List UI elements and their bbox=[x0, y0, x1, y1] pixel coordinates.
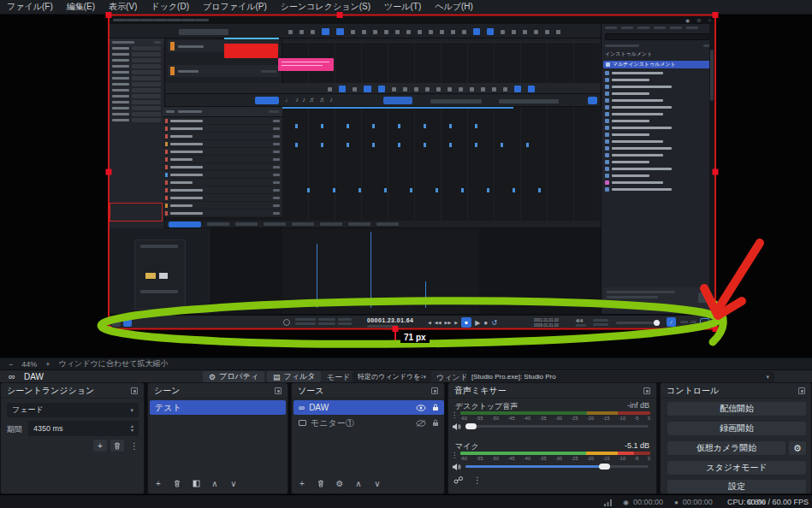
daw-browser-item[interactable] bbox=[602, 83, 715, 90]
daw-monitor-button[interactable] bbox=[700, 318, 709, 327]
scene-move-down-button[interactable]: ∨ bbox=[227, 477, 240, 489]
daw-time-signature[interactable]: 4/4 bbox=[576, 318, 586, 327]
daw-note[interactable] bbox=[347, 124, 349, 128]
daw-editor-icon[interactable] bbox=[328, 87, 332, 92]
daw-editor-icon[interactable] bbox=[414, 87, 418, 92]
next-button[interactable]: ▶ bbox=[454, 320, 458, 325]
daw-editor-icon[interactable] bbox=[503, 87, 507, 92]
daw-note[interactable] bbox=[372, 124, 375, 128]
start-recording-button[interactable]: 録画開始 bbox=[667, 422, 806, 435]
daw-channel-strip[interactable] bbox=[134, 239, 186, 310]
daw-drumlist-row[interactable] bbox=[163, 133, 282, 140]
rewind-button[interactable]: ◀◀ bbox=[435, 320, 442, 325]
daw-note-values[interactable]: ♩♪♪♬♬♪ bbox=[285, 96, 336, 103]
stop-button[interactable]: ■ bbox=[461, 317, 471, 328]
daw-tool-icon[interactable] bbox=[351, 30, 355, 34]
daw-browser-item[interactable] bbox=[602, 179, 715, 186]
mixer-menu-button[interactable]: ⋮ bbox=[471, 474, 484, 486]
daw-browser-item[interactable] bbox=[602, 124, 715, 131]
daw-drumlist-row[interactable] bbox=[163, 202, 282, 210]
add-source-button[interactable]: + bbox=[295, 477, 309, 489]
daw-browser-tab[interactable] bbox=[654, 27, 666, 29]
daw-note[interactable] bbox=[398, 143, 400, 147]
speaker-icon[interactable] bbox=[452, 422, 461, 431]
lock-icon[interactable] bbox=[432, 404, 439, 411]
daw-note[interactable] bbox=[347, 143, 349, 147]
daw-draw-button[interactable]: ∕ bbox=[667, 317, 676, 327]
dock-header[interactable]: 音声ミキサー bbox=[448, 383, 656, 399]
source-list-item-daw[interactable]: ∞ DAW bbox=[293, 400, 444, 415]
daw-note[interactable] bbox=[424, 143, 426, 147]
daw-note[interactable] bbox=[538, 188, 541, 192]
daw-editor-icon[interactable] bbox=[403, 87, 407, 92]
daw-drumlist-row[interactable] bbox=[163, 117, 282, 125]
daw-note[interactable] bbox=[384, 188, 387, 192]
menu-edit[interactable]: 編集(E) bbox=[67, 1, 95, 13]
daw-note[interactable] bbox=[307, 188, 310, 192]
daw-drumlist-row[interactable] bbox=[163, 125, 282, 133]
daw-clip-red[interactable] bbox=[224, 44, 278, 58]
daw-tool-icon[interactable] bbox=[395, 30, 400, 34]
daw-editor-icon[interactable] bbox=[392, 87, 396, 92]
daw-browser-item[interactable] bbox=[602, 69, 715, 76]
daw-browser-item[interactable] bbox=[602, 97, 715, 103]
remove-transition-button[interactable] bbox=[110, 440, 124, 452]
daw-tool-icon[interactable] bbox=[373, 30, 377, 34]
daw-note[interactable] bbox=[398, 124, 400, 128]
daw-browser-tab[interactable] bbox=[605, 27, 617, 29]
source-move-down-button[interactable]: ∨ bbox=[370, 477, 384, 489]
add-transition-button[interactable]: + bbox=[93, 440, 107, 452]
daw-note[interactable] bbox=[372, 143, 375, 147]
daw-tool-icon[interactable] bbox=[322, 28, 329, 35]
daw-note[interactable] bbox=[321, 143, 323, 147]
daw-tool-icon[interactable] bbox=[384, 30, 388, 34]
volume-slider-knob[interactable] bbox=[599, 464, 610, 470]
start-virtual-camera-button[interactable]: 仮想カメラ開始 bbox=[667, 441, 785, 455]
daw-note[interactable] bbox=[449, 124, 452, 128]
daw-editor-icon[interactable] bbox=[378, 86, 385, 92]
source-move-up-button[interactable]: ∧ bbox=[352, 477, 365, 489]
daw-note[interactable] bbox=[424, 124, 426, 128]
daw-editor-icon[interactable] bbox=[339, 86, 346, 92]
daw-tab[interactable] bbox=[348, 222, 370, 226]
eye-slash-icon[interactable] bbox=[416, 420, 426, 427]
daw-browser-item[interactable] bbox=[602, 76, 715, 83]
daw-clip-pink[interactable] bbox=[278, 58, 334, 71]
daw-editor-icon[interactable] bbox=[447, 87, 452, 92]
daw-timecode-main[interactable]: 00001.23.01.64 bbox=[367, 317, 413, 328]
source-list-item-monitor[interactable]: モニター① bbox=[293, 416, 444, 429]
zoom-fit-label[interactable]: ウィンドウに合わせて拡大縮小 bbox=[59, 358, 169, 369]
daw-tab[interactable] bbox=[264, 222, 286, 226]
daw-browser-item[interactable] bbox=[602, 165, 715, 172]
daw-tool-icon[interactable] bbox=[487, 28, 494, 35]
daw-editor-icon[interactable] bbox=[425, 87, 430, 92]
dock-pin-icon[interactable] bbox=[798, 387, 805, 394]
daw-editor-icon[interactable] bbox=[492, 87, 496, 92]
daw-tool-icon[interactable] bbox=[418, 30, 422, 34]
daw-editor-icon[interactable] bbox=[459, 87, 463, 92]
daw-drumlist-row[interactable] bbox=[163, 140, 282, 148]
capture-mode-dropdown[interactable]: 特定のウィンドウをキャプチャ ▾ bbox=[353, 371, 431, 382]
zoom-in-button[interactable]: + bbox=[45, 360, 50, 369]
volume-slider[interactable] bbox=[465, 425, 649, 428]
loop-button[interactable]: ↺ bbox=[491, 319, 497, 327]
filters-button[interactable]: ▤ フィルタ bbox=[267, 371, 321, 382]
daw-drumlist-row[interactable] bbox=[163, 156, 282, 163]
dock-header[interactable]: シーントランジション bbox=[1, 383, 144, 399]
daw-slider-knob[interactable] bbox=[654, 320, 660, 326]
daw-tool-icon[interactable] bbox=[362, 30, 366, 34]
transition-type-dropdown[interactable]: フェード ▾ bbox=[7, 403, 139, 417]
daw-edit-mode-button[interactable] bbox=[588, 97, 597, 104]
dock-pin-icon[interactable] bbox=[131, 387, 138, 394]
daw-browser-item[interactable] bbox=[602, 110, 715, 117]
daw-transport-info-icon[interactable] bbox=[123, 318, 132, 327]
daw-tool-icon[interactable] bbox=[534, 30, 538, 34]
advanced-audio-button[interactable] bbox=[453, 476, 464, 485]
daw-editor-icon[interactable] bbox=[470, 87, 474, 92]
daw-browser-item[interactable] bbox=[602, 138, 715, 145]
daw-editor-icon[interactable] bbox=[481, 87, 485, 92]
daw-tool-icon[interactable] bbox=[556, 30, 560, 34]
daw-note[interactable] bbox=[436, 188, 438, 192]
daw-tool-icon[interactable] bbox=[299, 30, 304, 34]
daw-tool-icon[interactable] bbox=[512, 30, 516, 34]
